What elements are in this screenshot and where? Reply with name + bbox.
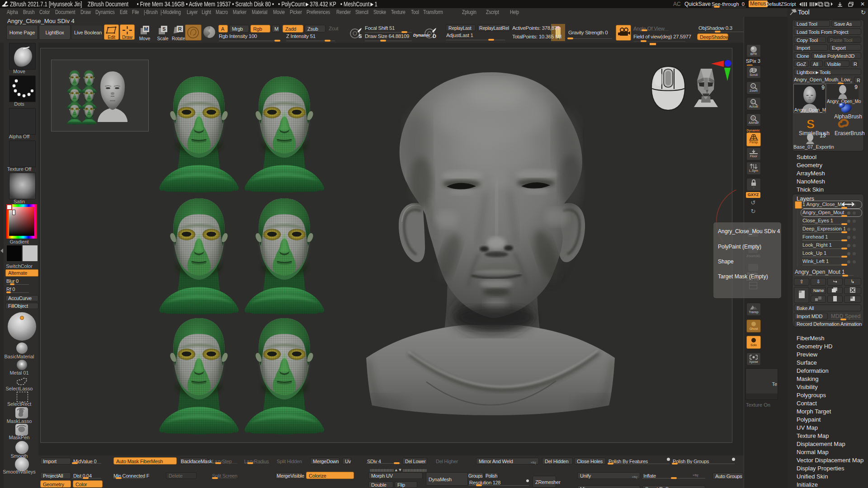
svg-text:+: + [752, 84, 754, 88]
svg-text:S: S [807, 118, 815, 130]
svg-text:S: S [359, 33, 362, 39]
svg-text:M: M [144, 26, 148, 32]
svg-text:S: S [162, 26, 165, 32]
svg-text:1:1: 1:1 [752, 100, 756, 103]
svg-text:R: R [178, 26, 182, 32]
svg-text:½: ½ [752, 117, 755, 120]
svg-text:D: D [433, 33, 436, 39]
